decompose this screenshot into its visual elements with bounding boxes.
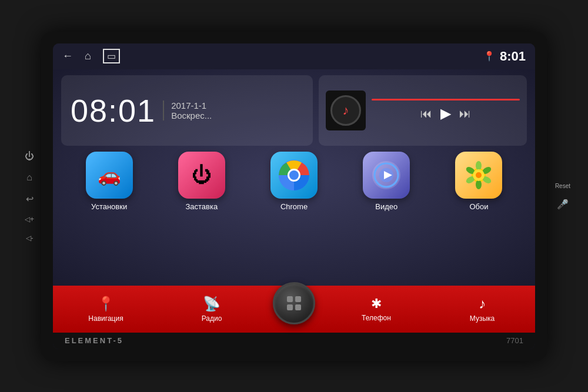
screen: ← ⌂ ▭ 📍 8:01 08:01 2017-1-1 Воскрес... bbox=[53, 43, 535, 349]
right-buttons: Reset 🎤 bbox=[555, 183, 570, 210]
clock-info: 2017-1-1 Воскрес... bbox=[163, 100, 212, 120]
radio-icon: 📡 bbox=[203, 296, 220, 312]
wallpaper-logo-svg bbox=[463, 160, 494, 190]
model-number: 7701 bbox=[506, 336, 523, 345]
clock-time-display: 08:01 bbox=[71, 95, 156, 126]
home-side-btn[interactable]: ⌂ bbox=[26, 172, 32, 182]
app-video[interactable]: Видео bbox=[345, 152, 429, 211]
top-bar: ← ⌂ ▭ 📍 8:01 bbox=[53, 43, 535, 69]
next-button[interactable]: ⏭ bbox=[459, 107, 471, 120]
music-icon: ♪ bbox=[479, 296, 486, 312]
recent-button[interactable]: ▭ bbox=[103, 49, 120, 63]
nav-item-navigation[interactable]: 📍 Навигация bbox=[53, 296, 159, 323]
album-disc: ♪ bbox=[330, 95, 361, 126]
svg-point-2 bbox=[289, 170, 299, 180]
app-chrome[interactable]: Chrome bbox=[252, 152, 336, 211]
svg-rect-19 bbox=[295, 304, 301, 310]
apps-grid-icon bbox=[285, 294, 303, 313]
app-settings[interactable]: 🚗 Установки bbox=[67, 152, 151, 211]
video-icon-bg bbox=[363, 152, 410, 199]
svg-rect-17 bbox=[295, 296, 301, 302]
screensaver-icon: ⏻ bbox=[178, 152, 225, 199]
video-label: Видео bbox=[375, 202, 397, 211]
app-screensaver[interactable]: ⏻ Заставка bbox=[159, 152, 243, 211]
back-button[interactable]: ← bbox=[62, 50, 73, 62]
svg-point-15 bbox=[476, 172, 482, 178]
app-wallpaper[interactable]: Обои bbox=[437, 152, 521, 211]
svg-point-8 bbox=[476, 161, 482, 170]
settings-icon: 🚗 bbox=[86, 152, 133, 199]
navigation-icon: 📍 bbox=[97, 296, 115, 312]
nav-item-radio[interactable]: 📡 Радио bbox=[159, 296, 265, 323]
power-circle-icon: ⏻ bbox=[192, 163, 212, 186]
wallpaper-label: Обои bbox=[469, 202, 488, 211]
nav-item-music[interactable]: ♪ Музыка bbox=[429, 296, 535, 323]
reset-button[interactable]: Reset bbox=[555, 183, 570, 189]
svg-rect-16 bbox=[287, 296, 293, 302]
wallpaper-icon-bg bbox=[455, 152, 502, 199]
clock-day: Воскрес... bbox=[171, 110, 212, 120]
chrome-icon-bg bbox=[270, 152, 318, 199]
power-side-btn[interactable]: ⏻ bbox=[25, 150, 34, 161]
navigation-label: Навигация bbox=[88, 314, 123, 323]
side-buttons-left: ⏻ ⌂ ↩ ◁+ ◁- bbox=[25, 150, 34, 242]
home-button-nav[interactable]: ⌂ bbox=[85, 50, 91, 62]
svg-point-11 bbox=[476, 180, 482, 189]
vol-up-side-btn[interactable]: ◁+ bbox=[25, 215, 34, 223]
clock-date: 2017-1-1 bbox=[171, 100, 212, 110]
brand-bar: ELEMENT-5 7701 bbox=[53, 333, 535, 349]
device-outer: ⏻ ⌂ ↩ ◁+ ◁- Reset 🎤 ← ⌂ ▭ 📍 8:01 bbox=[41, 32, 547, 361]
settings-label: Установки bbox=[91, 202, 127, 211]
nav-item-phone[interactable]: ✱ Телефон bbox=[323, 296, 429, 322]
car-settings-icon: 🚗 bbox=[98, 164, 121, 186]
music-note-icon: ♪ bbox=[343, 103, 349, 118]
phone-label: Телефон bbox=[362, 314, 391, 322]
prev-button[interactable]: ⏮ bbox=[420, 107, 432, 120]
bluetooth-icon: ✱ bbox=[371, 296, 382, 311]
brand-name: ELEMENT-5 bbox=[65, 336, 123, 345]
music-widget[interactable]: ♪ ⏮ ▶ ⏭ bbox=[319, 75, 527, 146]
svg-rect-18 bbox=[287, 304, 293, 310]
play-button[interactable]: ▶ bbox=[440, 105, 451, 122]
mic-button[interactable]: 🎤 bbox=[557, 199, 569, 210]
music-controls: ⏮ ▶ ⏭ bbox=[372, 99, 520, 122]
gps-icon: 📍 bbox=[483, 51, 495, 62]
nav-buttons: ← ⌂ ▭ bbox=[62, 49, 120, 63]
chrome-label: Chrome bbox=[280, 202, 308, 211]
main-content: 08:01 2017-1-1 Воскрес... ♪ bbox=[53, 69, 535, 286]
back-side-btn[interactable]: ↩ bbox=[26, 193, 34, 204]
top-right: 📍 8:01 bbox=[483, 49, 526, 64]
bottom-nav-bar: 📍 Навигация 📡 Радио ✱ bbox=[53, 286, 535, 333]
system-time: 8:01 bbox=[500, 49, 526, 64]
radio-label: Радио bbox=[202, 314, 222, 323]
media-buttons: ⏮ ▶ ⏭ bbox=[372, 105, 520, 122]
home-center-button[interactable] bbox=[273, 282, 315, 324]
album-art: ♪ bbox=[326, 91, 366, 130]
music-label: Музыка bbox=[470, 314, 495, 323]
video-logo-svg bbox=[371, 160, 402, 190]
vol-down-side-btn[interactable]: ◁- bbox=[26, 233, 34, 242]
chrome-logo-svg bbox=[279, 160, 309, 190]
apps-grid: 🚗 Установки ⏻ Заставка bbox=[61, 152, 527, 211]
screensaver-label: Заставка bbox=[185, 202, 218, 211]
nav-item-home-center[interactable] bbox=[265, 294, 323, 324]
clock-widget[interactable]: 08:01 2017-1-1 Воскрес... bbox=[61, 75, 313, 146]
music-progress-bar bbox=[372, 99, 520, 100]
widgets-row: 08:01 2017-1-1 Воскрес... ♪ bbox=[61, 75, 527, 146]
